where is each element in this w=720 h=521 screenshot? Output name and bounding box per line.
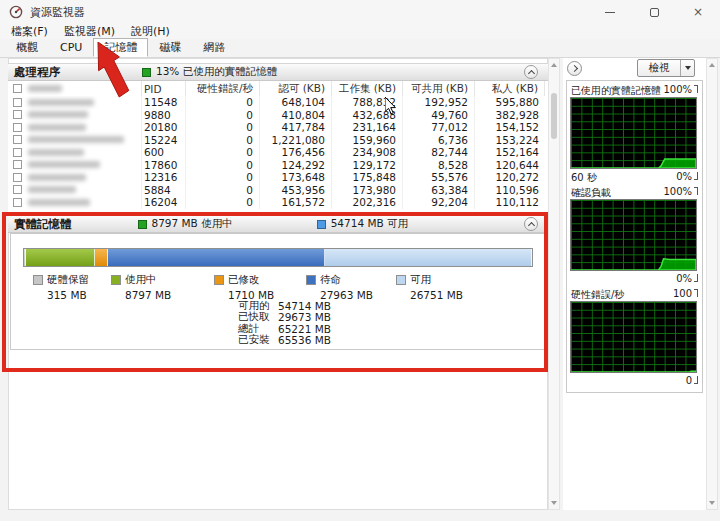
process-checkbox[interactable] xyxy=(13,110,22,119)
process-table-header[interactable]: PID 硬性錯誤/秒 認可 (KB) 工作集 (KB) 可共用 (KB) 私人 … xyxy=(8,81,548,96)
view-button-label: 檢視 xyxy=(638,60,680,76)
stat-value: 54714 MB xyxy=(278,300,331,312)
pid-cell: 20180 xyxy=(142,121,186,134)
tab-overview[interactable]: 概觀 xyxy=(5,38,49,57)
tab-network[interactable]: 網路 xyxy=(192,38,236,57)
memory-available-square-icon xyxy=(317,220,326,229)
select-all-checkbox[interactable] xyxy=(13,84,22,93)
maximize-button[interactable] xyxy=(632,0,676,24)
memory-legend-label-row: 已修改 xyxy=(214,273,274,287)
column-header-commit[interactable]: 認可 (KB) xyxy=(260,81,332,96)
menu-item-help[interactable]: 說明(H) xyxy=(123,24,178,39)
process-row[interactable]: 6000176,456234,90882,744152,164 xyxy=(8,146,548,159)
process-checkbox[interactable] xyxy=(13,123,22,132)
titlebar: 資源監視器 × xyxy=(0,0,720,24)
window-title: 資源監視器 xyxy=(30,5,85,20)
menu-item-file[interactable]: 檔案(F) xyxy=(3,24,56,39)
process-row[interactable]: 115480648,104788,832192,952595,880 xyxy=(8,96,548,109)
process-checkbox[interactable] xyxy=(13,160,22,169)
memory-bar-segment xyxy=(325,249,532,266)
tab-cpu[interactable]: CPU xyxy=(49,38,93,57)
process-name-cell xyxy=(8,109,142,122)
memory-collapse-button[interactable] xyxy=(524,217,538,231)
process-checkbox[interactable] xyxy=(13,98,22,107)
chart-scale-max: 100 xyxy=(673,288,698,302)
column-header-image[interactable] xyxy=(8,81,142,96)
pid-cell: 16204 xyxy=(142,196,186,209)
tab-disk[interactable]: 磁碟 xyxy=(148,38,192,57)
shareable-cell: 49,760 xyxy=(403,109,475,122)
process-section-header: 處理程序 13% 已使用的實體記憶體 xyxy=(8,63,548,81)
legend-label: 可用 xyxy=(410,273,431,287)
chart-title: 硬性錯誤/秒 xyxy=(571,288,624,302)
column-header-private[interactable]: 私人 (KB) xyxy=(475,81,545,96)
commit-cell: 176,456 xyxy=(260,146,332,159)
scale-bracket-icon xyxy=(694,289,698,297)
column-header-working-set[interactable]: 工作集 (KB) xyxy=(332,81,403,96)
column-header-pid[interactable]: PID xyxy=(142,81,186,96)
process-row[interactable]: 178600124,292129,1728,528120,644 xyxy=(8,159,548,172)
triangle-up-icon xyxy=(709,63,715,67)
working-set-cell: 129,172 xyxy=(332,159,403,172)
private-cell: 110,112 xyxy=(475,196,545,209)
process-row[interactable]: 1522401,221,080159,9606,736153,224 xyxy=(8,134,548,147)
memory-legend-label-row: 使用中 xyxy=(111,273,171,287)
scale-bracket-icon xyxy=(694,187,698,195)
legend-square-icon xyxy=(33,275,43,285)
scroll-up-arrow[interactable] xyxy=(707,59,717,71)
scroll-down-arrow[interactable] xyxy=(707,497,717,509)
chart-header: 已使用的實體記憶體 100% xyxy=(571,84,698,98)
process-name-blurred xyxy=(28,161,100,168)
triangle-down-icon xyxy=(709,501,715,505)
process-checkbox[interactable] xyxy=(13,148,22,157)
legend-label: 硬體保留 xyxy=(47,273,89,287)
commit-cell: 417,784 xyxy=(260,121,332,134)
process-checkbox[interactable] xyxy=(13,173,22,182)
menu-item-monitor[interactable]: 監視器(M) xyxy=(56,24,123,39)
working-set-cell: 159,960 xyxy=(332,134,403,147)
legend-square-icon xyxy=(396,275,406,285)
chevron-right-icon xyxy=(570,65,577,72)
chevron-up-icon xyxy=(527,69,534,76)
view-button[interactable]: 檢視 xyxy=(637,59,695,77)
minimize-button[interactable] xyxy=(588,0,632,24)
scrollbar-thumb[interactable] xyxy=(551,93,557,139)
column-header-shareable[interactable]: 可共用 (KB) xyxy=(403,81,475,96)
process-row[interactable]: 98800410,804432,68849,760382,928 xyxy=(8,109,548,122)
chart-scale-max: 100% xyxy=(663,84,698,98)
working-set-cell: 231,164 xyxy=(332,121,403,134)
process-name-cell xyxy=(8,134,142,147)
process-section-title: 處理程序 xyxy=(14,65,60,80)
process-row[interactable]: 58840453,956173,98063,384110,596 xyxy=(8,184,548,197)
column-header-hard-faults[interactable]: 硬性錯誤/秒 xyxy=(186,81,260,96)
process-collapse-button[interactable] xyxy=(524,65,538,79)
triangle-up-icon xyxy=(551,63,557,67)
close-icon: × xyxy=(693,6,703,18)
stat-value: 65221 MB xyxy=(278,323,331,335)
memory-legend-label-row: 待命 xyxy=(306,273,373,287)
commit-cell: 648,104 xyxy=(260,96,332,109)
memory-bar-segment xyxy=(95,249,108,266)
chart-footer: 0 xyxy=(571,375,698,386)
close-button[interactable]: × xyxy=(676,0,720,24)
process-row[interactable]: 201800417,784231,16477,012154,152 xyxy=(8,121,548,134)
pid-cell: 11548 xyxy=(142,96,186,109)
scale-bracket-icon xyxy=(694,274,698,282)
view-dropdown-button[interactable] xyxy=(680,60,694,76)
process-checkbox[interactable] xyxy=(13,185,22,194)
private-cell: 382,928 xyxy=(475,109,545,122)
process-name-blurred xyxy=(28,174,86,181)
process-row[interactable]: 162040161,572202,31692,204110,112 xyxy=(8,196,548,209)
tab-memory[interactable]: 記憶體 xyxy=(93,38,148,57)
sidebar-collapse-button[interactable] xyxy=(567,61,582,76)
scroll-up-arrow[interactable] xyxy=(549,59,559,71)
maximize-icon xyxy=(650,8,659,17)
shareable-cell: 192,952 xyxy=(403,96,475,109)
scroll-down-arrow[interactable] xyxy=(549,497,559,509)
shareable-cell: 6,736 xyxy=(403,134,475,147)
process-row[interactable]: 123160173,648175,84855,576120,272 xyxy=(8,171,548,184)
main-scrollbar[interactable] xyxy=(548,58,560,510)
sidebar-scrollbar[interactable] xyxy=(706,58,718,510)
process-checkbox[interactable] xyxy=(13,198,22,207)
process-checkbox[interactable] xyxy=(13,135,22,144)
